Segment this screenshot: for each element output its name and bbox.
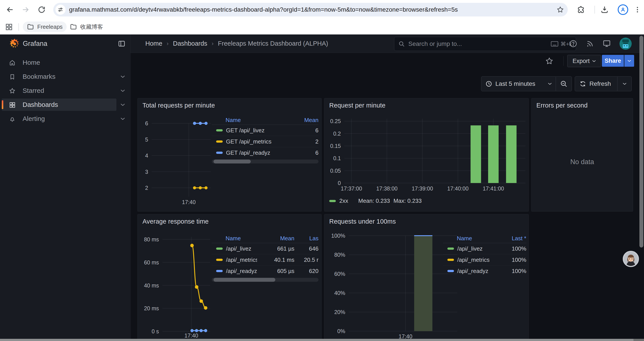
chevron-down-icon[interactable] [120, 75, 125, 78]
col-mean[interactable]: Mean [257, 235, 294, 242]
zoom-out-icon[interactable] [556, 80, 572, 88]
sidebar-item-home[interactable]: Home [0, 56, 130, 69]
chevron-down-icon [628, 60, 631, 62]
horizontal-scrollbar[interactable] [0, 339, 644, 341]
bookmark-folder-freeleaps[interactable]: Freeleaps [23, 22, 67, 32]
series-name[interactable]: GET /api/_readyz [226, 149, 299, 156]
series-swatch[interactable] [448, 270, 454, 272]
col-last[interactable]: Las [294, 235, 318, 242]
series-name[interactable]: /api/_livez [457, 245, 502, 252]
search-box[interactable]: ⌘+k [394, 37, 576, 51]
series-name[interactable]: /api/_metrics [226, 256, 257, 263]
table-scrollbar[interactable] [212, 160, 318, 163]
share-button[interactable]: Share [602, 55, 624, 67]
series-swatch[interactable] [216, 247, 223, 250]
panel-average-response-time: Average response time 80 ms60 ms40 ms20 … [138, 214, 322, 341]
svg-text:0 s: 0 s [152, 328, 159, 334]
user-avatar[interactable] [620, 38, 632, 50]
vertical-scrollbar[interactable] [640, 36, 643, 247]
news-rss-icon[interactable] [586, 40, 594, 48]
table-scrollbar[interactable] [212, 278, 318, 282]
series-swatch[interactable] [216, 259, 223, 261]
p5-legend-table: Name Last * /api/_livez 100% /api/_metri… [443, 234, 526, 276]
refresh-picker[interactable]: Refresh [575, 76, 632, 91]
col-name[interactable]: Name [457, 235, 502, 242]
svg-text:2: 2 [145, 185, 148, 191]
download-icon[interactable] [600, 5, 609, 14]
svg-text:17:40: 17:40 [184, 332, 198, 338]
bookmark-folder-blogs[interactable]: 收藏博客 [66, 22, 107, 32]
series-name[interactable]: /api/_livez [226, 245, 257, 252]
panel-total-requests: Total requests per minute 6543217:40 Nam… [138, 98, 322, 212]
share-menu-button[interactable] [624, 55, 634, 67]
apps-grid-icon[interactable] [5, 23, 13, 31]
col-name[interactable]: Name [226, 117, 299, 124]
series-last: 646 [294, 245, 318, 252]
svg-text:40 ms: 40 ms [144, 282, 159, 288]
series-swatch[interactable] [216, 140, 223, 143]
address-bar[interactable]: grafana.mathmast.com/d/deytv4rwavabkb/fr… [53, 3, 568, 17]
refresh-interval-button[interactable] [617, 77, 632, 91]
sidebar: Home Bookmarks Starred Dashboards Alerti… [0, 53, 131, 341]
sidebar-item-bookmarks[interactable]: Bookmarks [0, 71, 130, 83]
sidebar-item-alerting[interactable]: Alerting [0, 113, 130, 125]
series-swatch[interactable] [216, 270, 223, 272]
series-swatch[interactable] [216, 129, 223, 131]
collapse-sidebar-icon[interactable] [118, 40, 126, 48]
legend-series-name[interactable]: 2xx [339, 197, 348, 204]
breadcrumb-dashboards[interactable]: Dashboards [173, 40, 207, 47]
svg-text:0.05: 0.05 [330, 168, 341, 174]
reload-icon[interactable] [37, 5, 46, 15]
panel-errors-per-second: Errors per second No data [531, 98, 633, 212]
bookmarks-bar: Freeleaps 收藏博客 [0, 19, 644, 35]
refresh-icon [579, 80, 586, 87]
series-swatch[interactable] [329, 200, 336, 202]
col-mean[interactable]: Mean [299, 117, 318, 124]
grafana-logo[interactable] [9, 38, 20, 50]
series-name[interactable]: /api/_readyz [457, 268, 502, 274]
col-last[interactable]: Last * [502, 235, 526, 242]
profile-icon[interactable] [618, 5, 628, 15]
forward-icon[interactable] [21, 5, 30, 15]
search-input[interactable] [408, 40, 548, 48]
table-row: GET /api/_readyz 6 [212, 147, 318, 158]
table-row: /api/_livez 661 µs 646 [212, 243, 318, 254]
series-name[interactable]: GET /api/_livez [226, 127, 299, 134]
chevron-down-icon[interactable] [120, 117, 125, 120]
bookmark-star-icon[interactable] [556, 6, 564, 14]
table-row: /api/_metrics 100% [443, 254, 526, 265]
favorite-dashboard-icon[interactable] [545, 57, 554, 65]
floating-assistant-avatar[interactable] [623, 251, 639, 267]
series-swatch[interactable] [216, 152, 223, 154]
series-swatch[interactable] [448, 247, 454, 250]
extensions-icon[interactable] [576, 5, 585, 14]
chevron-down-icon[interactable] [120, 103, 125, 106]
sidebar-item-label: Starred [22, 85, 44, 97]
help-icon[interactable] [569, 40, 577, 48]
sidebar-item-dashboards[interactable]: Dashboards [0, 99, 130, 111]
series-name[interactable]: /api/_metrics [457, 256, 502, 263]
svg-text:6: 6 [145, 120, 148, 126]
sidebar-item-starred[interactable]: Starred [0, 85, 130, 97]
breadcrumb: Home › Dashboards › Freeleaps Metrics Da… [145, 35, 328, 53]
browser-toolbar: grafana.mathmast.com/d/deytv4rwavabkb/fr… [0, 0, 644, 19]
export-button[interactable]: Export [567, 55, 601, 67]
series-name[interactable]: /api/_readyz [226, 268, 257, 274]
chevron-down-icon[interactable] [120, 89, 125, 92]
col-name[interactable]: Name [226, 235, 257, 242]
no-data-message: No data [532, 158, 633, 166]
breadcrumb-home[interactable]: Home [145, 40, 162, 47]
svg-text:60%: 60% [334, 271, 345, 277]
browser-menu-icon[interactable] [632, 5, 642, 15]
svg-text:80%: 80% [334, 252, 345, 258]
grafana-brand: Grafana [23, 35, 47, 53]
url-text[interactable]: grafana.mathmast.com/d/deytv4rwavabkb/fr… [69, 3, 556, 17]
time-range-picker[interactable]: Last 5 minutes [481, 76, 572, 91]
series-name[interactable]: GET /api/_metrics [226, 138, 299, 145]
svg-text:17:38:00: 17:38:00 [376, 185, 398, 192]
time-range-label: Last 5 minutes [496, 80, 535, 87]
series-swatch[interactable] [448, 259, 454, 261]
back-icon[interactable] [5, 5, 15, 15]
monitor-icon[interactable] [602, 39, 611, 48]
site-settings-icon[interactable] [56, 5, 66, 15]
